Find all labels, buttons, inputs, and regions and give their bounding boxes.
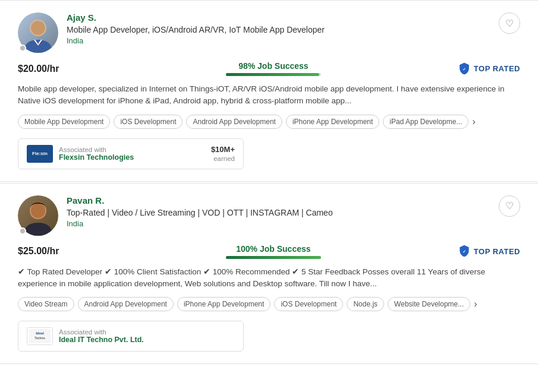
progress-fill-pavan [226,256,321,259]
associated-box-pavan: Ideal Techno Associated with Ideal IT Te… [18,321,244,352]
assoc-text-ajay: Associated with Flexsin Technologies [59,146,134,162]
assoc-left-ajay: Fle:sin Associated with Flexsin Technolo… [27,145,134,163]
skill-tag[interactable]: Mobile App Development [18,115,110,129]
earned-amount-ajay: $10M+ [211,145,235,154]
assoc-name-ajay[interactable]: Flexsin Technologies [59,153,134,162]
card-header-left-ajay: Ajay S. Mobile App Developer, iOS/Androi… [18,12,325,53]
associated-box-ajay: Fle:sin Associated with Flexsin Technolo… [18,138,244,169]
assoc-logo-ideal-inner: Ideal Techno [29,328,51,344]
card-header-left-pavan: Pavan R. Top-Rated | Video / Live Stream… [18,195,333,236]
progress-fill-ajay [226,73,319,76]
job-success-ajay: 98% Job Success [101,61,446,76]
description-ajay: Mobile app developer, specialized in Int… [18,83,520,108]
freelancer-name-pavan[interactable]: Pavan R. [67,195,333,206]
freelancer-title-ajay: Mobile App Developer, iOS/Android AR/VR,… [67,25,325,34]
progress-bar-pavan [226,256,321,259]
freelancer-info-pavan: Pavan R. Top-Rated | Video / Live Stream… [67,195,333,228]
skill-tag[interactable]: iPad App Developme... [383,115,468,129]
badge-text-ajay: TOP RATED [474,64,520,73]
freelancer-title-pavan: Top-Rated | Video / Live Streaming | VOD… [67,208,333,217]
favorite-button-ajay[interactable]: ♡ [499,12,520,34]
freelancer-name-ajay[interactable]: Ajay S. [67,12,325,23]
skill-tag[interactable]: Android App Development [78,297,174,311]
freelancer-card-pavan: Pavan R. Top-Rated | Video / Live Stream… [0,183,538,365]
assoc-text-pavan: Associated with Ideal IT Techno Pvt. Ltd… [59,328,144,344]
freelancer-info-ajay: Ajay S. Mobile App Developer, iOS/Androi… [67,12,325,45]
skill-tag[interactable]: iOS Development [274,297,343,311]
more-skills-arrow-pavan[interactable]: › [474,299,477,309]
job-success-label-pavan: 100% Job Success [236,244,310,254]
rate-ajay: $20.00/hr [18,64,101,74]
heart-icon-ajay: ♡ [505,18,514,29]
stats-row-pavan: $25.00/hr 100% Job Success ✓ TOP RATED [18,244,520,259]
skill-tag[interactable]: Video Stream [18,297,74,311]
svg-text:✓: ✓ [463,67,466,71]
description-pavan: ✔ Top Rated Developer ✔ 100% Client Sati… [18,266,520,290]
freelancer-location-pavan: India [67,219,333,228]
job-success-pavan: 100% Job Success [101,244,446,259]
freelancer-location-ajay: India [67,36,325,45]
svg-point-1 [31,21,45,35]
card-header-pavan: Pavan R. Top-Rated | Video / Live Stream… [18,195,520,236]
more-skills-arrow-ajay[interactable]: › [472,116,475,127]
card-header-ajay: Ajay S. Mobile App Developer, iOS/Androi… [18,12,520,53]
skill-tag[interactable]: Node.js [347,297,384,311]
skill-tag[interactable]: Android App Development [186,115,282,129]
assoc-label-pavan: Associated with [59,328,144,336]
top-rated-badge-pavan: ✓ TOP RATED [458,245,520,258]
assoc-logo-pavan: Ideal Techno [27,327,53,345]
skill-tag[interactable]: iPhone App Development [177,297,270,311]
svg-text:✓: ✓ [463,249,466,254]
skills-row-ajay: Mobile App Development iOS Development A… [18,115,520,129]
svg-text:Techno: Techno [34,336,45,340]
avatar-pavan [18,195,58,236]
assoc-left-pavan: Ideal Techno Associated with Ideal IT Te… [27,327,144,345]
online-dot-pavan [19,227,26,235]
top-rated-badge-ajay: ✓ TOP RATED [458,62,520,75]
favorite-button-pavan[interactable]: ♡ [499,195,520,217]
badge-text-pavan: TOP RATED [474,247,520,256]
skills-row-pavan: Video Stream Android App Development iPh… [18,297,520,311]
earned-text-ajay: $10M+ earned [211,145,235,163]
skill-tag[interactable]: iOS Development [114,115,183,129]
heart-icon-pavan: ♡ [505,200,514,211]
assoc-label-ajay: Associated with [59,146,134,153]
skill-tag[interactable]: Website Developme... [388,297,470,311]
skill-tag[interactable]: iPhone App Development [286,115,379,129]
freelancer-card-ajay: Ajay S. Mobile App Developer, iOS/Androi… [0,0,538,182]
job-success-label-ajay: 98% Job Success [238,61,309,71]
progress-bar-ajay [226,73,321,76]
svg-text:Ideal: Ideal [36,331,44,335]
shield-icon-ajay: ✓ [458,62,471,75]
stats-row-ajay: $20.00/hr 98% Job Success ✓ TOP RATED [18,61,520,76]
earned-label-ajay: earned [213,155,235,162]
shield-icon-pavan: ✓ [458,245,471,258]
rate-pavan: $25.00/hr [18,246,101,257]
assoc-name-pavan[interactable]: Ideal IT Techno Pvt. Ltd. [59,336,144,344]
ideal-logo-svg: Ideal Techno [29,329,51,343]
online-dot-ajay [19,45,26,52]
avatar-ajay [18,12,58,53]
assoc-logo-text-ajay: Fle:sin [32,151,48,157]
svg-point-4 [31,204,45,218]
assoc-logo-ajay: Fle:sin [27,145,53,163]
